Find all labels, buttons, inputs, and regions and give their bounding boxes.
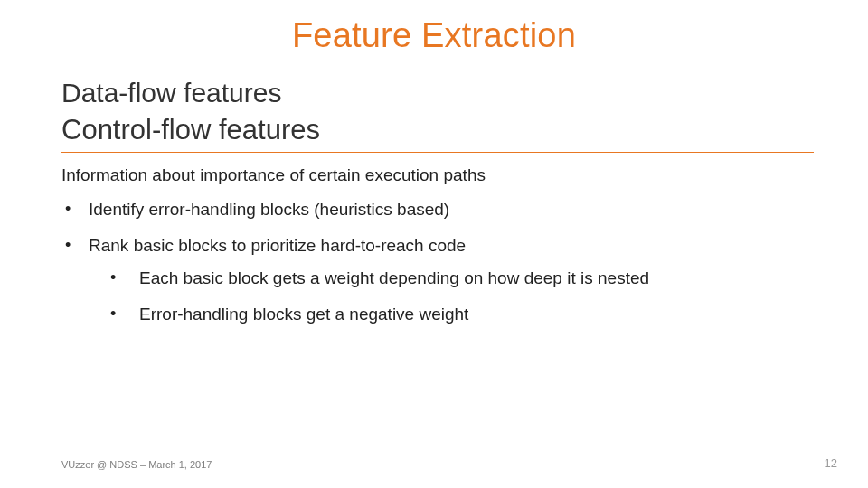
bullet-item: Rank basic blocks to prioritize hard-to-… [61,236,814,324]
slide-title: Feature Extraction [0,16,868,55]
bullet-text: Error-handling blocks get a negative wei… [139,305,468,324]
page-number: 12 [825,456,837,470]
section-controlflow: Control-flow features [61,114,814,146]
bullet-text: Each basic block gets a weight depending… [139,268,649,287]
section-dataflow: Data-flow features [61,78,814,108]
bullet-item: Each basic block gets a weight depending… [89,268,814,288]
bullet-text: Identify error-handling blocks (heuristi… [89,200,449,219]
bullet-item: Identify error-handling blocks (heuristi… [61,200,814,220]
lead-text: Information about importance of certain … [61,165,814,185]
slide: Feature Extraction Data-flow features Co… [0,0,868,488]
bullet-item: Error-handling blocks get a negative wei… [89,305,814,324]
section-controlflow-wrap: Control-flow features [61,114,814,153]
slide-content: Data-flow features Control-flow features… [61,74,814,341]
bullet-list-inner: Each basic block gets a weight depending… [89,268,814,324]
footer-left: VUzzer @ NDSS – March 1, 2017 [61,459,212,470]
bullet-list-top: Identify error-handling blocks (heuristi… [61,200,814,324]
bullet-text: Rank basic blocks to prioritize hard-to-… [89,236,466,255]
